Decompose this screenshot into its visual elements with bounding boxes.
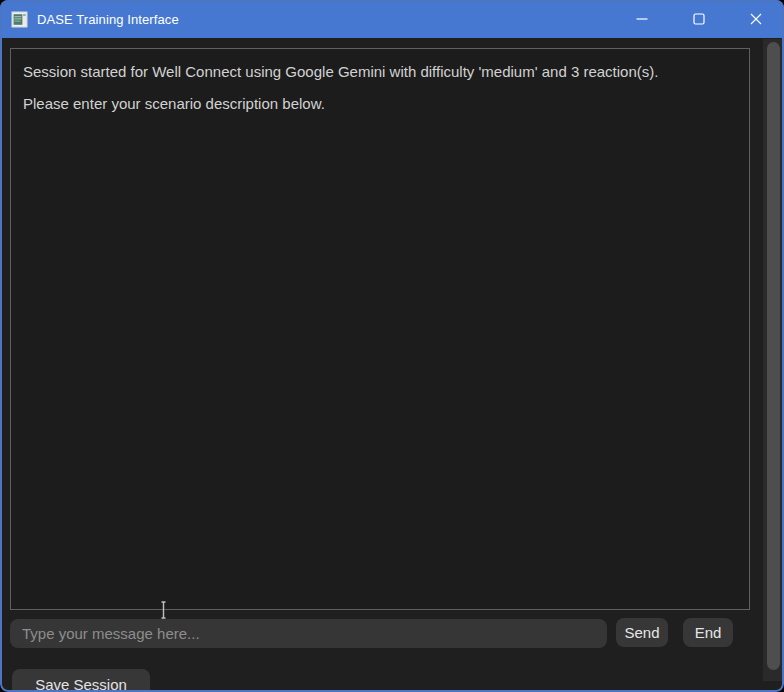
message-input[interactable]	[10, 619, 607, 648]
maximize-icon	[693, 13, 705, 25]
session-message: Session started for Well Connect using G…	[23, 62, 668, 81]
end-button[interactable]: End	[683, 618, 733, 647]
minimize-icon	[636, 13, 648, 25]
app-window: DASE Training Interface Session started …	[0, 0, 784, 692]
minimize-button[interactable]	[613, 0, 670, 38]
titlebar[interactable]: DASE Training Interface	[0, 0, 784, 38]
scrollbar-thumb[interactable]	[767, 42, 780, 670]
close-button[interactable]	[727, 0, 784, 38]
app-window-icon	[11, 11, 28, 28]
window-title: DASE Training Interface	[37, 12, 613, 27]
save-session-button[interactable]: Save Session	[12, 669, 150, 692]
maximize-button[interactable]	[670, 0, 727, 38]
session-message: Please enter your scenario description b…	[23, 94, 668, 113]
session-log[interactable]: Session started for Well Connect using G…	[10, 48, 750, 610]
send-button[interactable]: Send	[616, 618, 668, 647]
close-icon	[750, 13, 762, 25]
